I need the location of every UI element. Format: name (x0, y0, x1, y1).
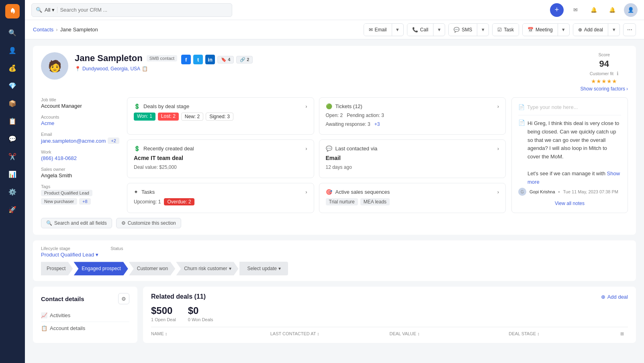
more-actions-button[interactable]: ⋯ (623, 23, 636, 36)
last-contact-arrow[interactable]: › (497, 146, 499, 152)
breadcrumb-current: Jane Sampleton (60, 27, 98, 33)
deals-card: 💲 Deals by deal stage › Won: 1 Lost: 2 N… (127, 97, 314, 135)
contact-details-gear[interactable]: ⚙ (118, 293, 129, 304)
email-more[interactable]: +2 (108, 137, 119, 144)
recent-deal-arrow[interactable]: › (305, 146, 307, 152)
col-stage-header: DEAL STAGE ↕ ⊞ (509, 331, 628, 336)
contact-details-header: Contact details ⚙ (41, 293, 129, 304)
sidebar-search-icon[interactable]: 🔍 (5, 25, 20, 40)
open-deals-total: $500 1 Open Deal (151, 305, 176, 322)
call-button-group: 📞 Call ▾ (407, 23, 446, 36)
sidebar-contacts-icon[interactable]: 👤 (5, 43, 20, 58)
sidebar-tasks-icon[interactable]: ✂️ (5, 149, 20, 164)
activities-link[interactable]: 📈 Activities (41, 309, 129, 322)
info-grid: Job title Account Manager Accounts Acme … (41, 97, 628, 213)
meeting-button[interactable]: 📅 Meeting (523, 24, 558, 36)
alerts-icon-button[interactable]: 🔔 (605, 3, 619, 17)
chevron-down-icon: ▾ (52, 7, 55, 13)
contact-details-title: Contact details (41, 295, 84, 302)
stage-customer-won[interactable]: Customer won (129, 262, 175, 275)
col-value-header: DEAL VALUE ↕ (390, 331, 509, 336)
stage-select-update[interactable]: Select update ▾ (239, 262, 288, 275)
sms-button[interactable]: 💬 SMS (449, 24, 477, 36)
links-badge[interactable]: 🔗 2 (236, 56, 253, 64)
app-logo[interactable] (5, 4, 20, 18)
lifecycle-bar: Lifecycle stage Product Qualified Lead ▾… (33, 240, 636, 281)
call-dropdown[interactable]: ▾ (433, 27, 445, 33)
breadcrumb-contacts[interactable]: Contacts (33, 27, 53, 33)
sidebar-rocket-icon[interactable]: 🚀 (5, 202, 20, 217)
search-type-dropdown[interactable]: All ▾ (45, 7, 57, 13)
call-button[interactable]: 📞 Call (407, 24, 433, 36)
tags-more[interactable]: +8 (79, 198, 91, 205)
meeting-button-group: 📅 Meeting ▾ (522, 23, 570, 36)
copy-icon[interactable]: 📋 (142, 66, 148, 72)
search-edit-fields-button[interactable]: 🔍 Search and edit all fields (41, 218, 112, 228)
sequences-arrow[interactable]: › (497, 189, 499, 195)
email-icon-button[interactable]: ✉ (568, 3, 582, 17)
show-scoring-factors[interactable]: Show scoring factors › (581, 86, 628, 92)
page-content: 🧑 Jane Sampleton SMB contact f t in 🔖 4 … (25, 39, 644, 363)
search-icon2: 🔍 (46, 220, 52, 226)
facebook-icon[interactable]: f (181, 55, 191, 64)
linkedin-icon[interactable]: in (205, 55, 215, 64)
stage-engaged[interactable]: Engaged prospect (74, 262, 128, 275)
note-author: Gopi Krishna (530, 189, 555, 194)
tickets-arrow[interactable]: › (497, 103, 499, 109)
email-button-group: ✉ Email ▾ (364, 23, 404, 36)
sidebar-settings-icon[interactable]: ⚙️ (5, 184, 20, 199)
sidebar-deals-icon[interactable]: 💎 (5, 78, 20, 93)
tickets-card: 🟢 Tickets (12) › Open: 2 Pending action:… (319, 97, 506, 135)
deals-table-header: NAME ↕ LAST CONTACTED AT ↕ DEAL VALUE ↕ … (151, 327, 628, 336)
note-doc-icon: 📄 (518, 104, 525, 110)
tasks-arrow[interactable]: › (305, 189, 307, 195)
sidebar-chat-icon[interactable]: 💬 (5, 131, 20, 146)
sidebar-notes-icon[interactable]: 📋 (5, 113, 20, 129)
note-placeholder[interactable]: Type your note here... (527, 104, 578, 110)
sidebar-analytics-icon[interactable]: 📊 (5, 166, 20, 182)
view-all-notes[interactable]: View all notes (518, 201, 621, 206)
meeting-dropdown[interactable]: ▾ (558, 27, 569, 33)
profile-header: 🧑 Jane Sampleton SMB contact f t in 🔖 4 … (41, 52, 628, 92)
search-input[interactable] (60, 7, 228, 13)
seq-tag-1: Trial nurture (326, 198, 358, 205)
global-search[interactable]: 🔍 All ▾ (31, 3, 232, 17)
tag-new-purchaser[interactable]: New purchaser (41, 198, 77, 205)
lifecycle-value[interactable]: Product Qualified Lead ▾ (41, 252, 98, 258)
sidebar-reports-icon[interactable]: 📦 (5, 96, 20, 111)
email-value[interactable]: jane.sampleton@acme.com (41, 138, 106, 144)
sidebar-accounts-icon[interactable]: 💰 (5, 60, 20, 76)
add-deal-related-button[interactable]: ⊕ Add deal (601, 294, 628, 300)
tag-pql[interactable]: Product Qualified Lead (41, 190, 92, 196)
account-details-link[interactable]: 📋 Account details (41, 322, 129, 334)
sms-dropdown[interactable]: ▾ (477, 27, 489, 33)
lost-badge: Lost: 2 (158, 113, 179, 121)
contact-fields: Job title Account Manager Accounts Acme … (41, 97, 121, 213)
contact-location[interactable]: 📍 Dundywood, Georgia, USA 📋 (75, 66, 574, 72)
tasks-card: ✦ Tasks › Upcoming: 1 Overdue: 2 (127, 183, 314, 213)
task-button[interactable]: ☑ Task (493, 24, 519, 36)
bookmarks-badge[interactable]: 🔖 4 (217, 56, 234, 64)
stage-churn-risk[interactable]: Churn risk customer ▾ (176, 262, 238, 275)
email-field: Email jane.sampleton@acme.com +2 (41, 132, 121, 144)
deal-stages: Won: 1 Lost: 2 New: 2 Signed: 3 (134, 113, 307, 121)
add-new-button[interactable]: + (550, 3, 564, 17)
deals-arrow[interactable]: › (305, 103, 307, 109)
contact-name: Jane Sampleton (75, 53, 143, 64)
twitter-icon[interactable]: t (193, 55, 203, 64)
customize-section-button[interactable]: ⚙ Customize this section (116, 218, 181, 228)
notifications-icon-button[interactable]: 🔔 (587, 3, 601, 17)
user-avatar[interactable]: 👤 (624, 3, 638, 17)
account-icon: 📋 (41, 325, 47, 331)
email-dropdown[interactable]: ▾ (392, 27, 403, 33)
ticket-more[interactable]: +3 (374, 121, 380, 127)
score-value: 94 (599, 59, 609, 69)
note-doc-icon2: 📄 (518, 119, 525, 126)
add-deal-button[interactable]: ⊕ Add deal (573, 24, 608, 36)
location-icon: 📍 (75, 66, 81, 72)
seq-tag-2: MEA leads (360, 198, 390, 205)
stage-prospect[interactable]: Prospect (41, 262, 73, 275)
tags-row: Product Qualified Lead New purchaser +8 (41, 190, 121, 205)
email-button[interactable]: ✉ Email (364, 24, 392, 36)
add-deal-dropdown[interactable]: ▾ (608, 27, 619, 33)
